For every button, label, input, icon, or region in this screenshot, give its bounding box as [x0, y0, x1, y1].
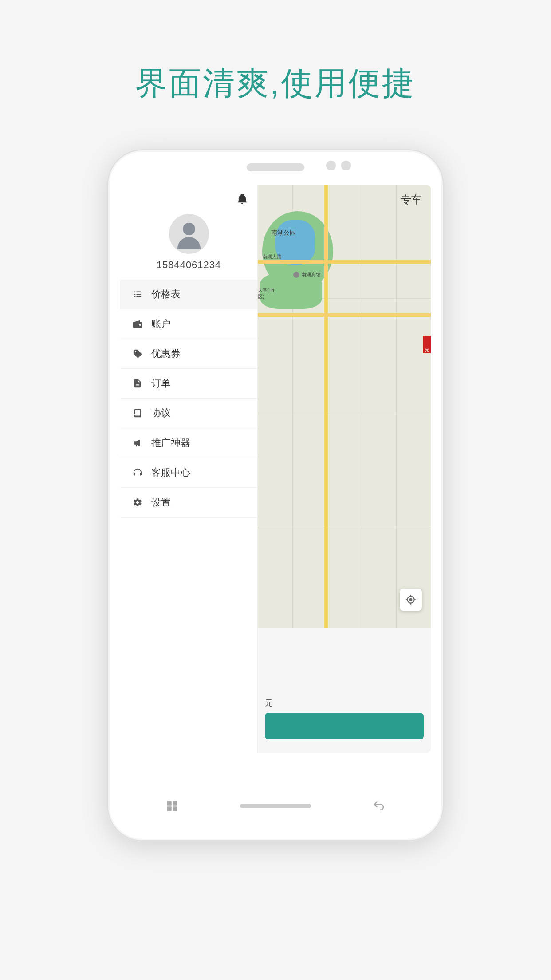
- menu-item-account-label: 账户: [151, 317, 171, 331]
- nav-back-button[interactable]: [163, 797, 181, 815]
- svg-rect-15: [173, 806, 177, 811]
- gear-icon: [131, 496, 144, 509]
- menu-item-promote-label: 推广神器: [151, 436, 190, 450]
- svg-rect-5: [136, 296, 141, 297]
- menu-item-agreement-label: 协议: [151, 407, 171, 420]
- menu-item-settings[interactable]: 设置: [120, 488, 257, 518]
- svg-point-11: [410, 599, 412, 601]
- map-label-park: 南湖公园: [271, 229, 296, 237]
- menu-item-account[interactable]: 账户: [120, 309, 257, 339]
- price-display: 元: [265, 698, 273, 708]
- svg-rect-2: [134, 294, 136, 295]
- svg-rect-13: [173, 801, 177, 806]
- svg-rect-0: [134, 292, 136, 292]
- bell-icon[interactable]: [236, 193, 248, 205]
- tag-icon: [131, 347, 144, 360]
- menu-item-price-list-label: 价格表: [151, 288, 181, 301]
- menu-item-order[interactable]: 订单: [120, 369, 257, 399]
- drawer: 15844061234 价格表: [120, 185, 258, 753]
- nav-home-button[interactable]: [240, 804, 311, 808]
- megaphone-icon: [131, 436, 144, 450]
- phone-frame: 15844061234 价格表: [107, 149, 444, 842]
- svg-rect-12: [167, 801, 171, 806]
- map-label-univ: 大学(南区): [258, 287, 274, 300]
- menu-item-price-list[interactable]: 价格表: [120, 280, 257, 309]
- wallet-icon: [131, 317, 144, 331]
- list-icon: [131, 288, 144, 301]
- book-icon: [131, 407, 144, 420]
- confirm-button[interactable]: [265, 713, 424, 739]
- map-area: 专车 南湖公园 南湖大路 南湖宾馆 大学(南区): [258, 185, 431, 753]
- svg-rect-14: [167, 806, 171, 811]
- phone-speaker: [247, 163, 304, 171]
- drawer-menu: 价格表 账户: [120, 280, 257, 753]
- menu-item-agreement[interactable]: 协议: [120, 399, 257, 428]
- phone-screen: 15844061234 价格表: [120, 185, 431, 753]
- map-badge: 光: [423, 336, 431, 353]
- menu-item-coupon[interactable]: 优惠券: [120, 339, 257, 369]
- headset-icon: [131, 466, 144, 479]
- drawer-profile: 15844061234: [120, 209, 257, 280]
- nav-recent-button[interactable]: [370, 797, 388, 815]
- menu-item-settings-label: 设置: [151, 496, 171, 509]
- menu-item-coupon-label: 优惠券: [151, 347, 181, 360]
- phone-camera-area: [326, 161, 351, 170]
- svg-rect-1: [136, 292, 141, 292]
- svg-rect-3: [136, 294, 141, 295]
- location-button[interactable]: [400, 589, 422, 611]
- map-label-road: 南湖大路: [262, 253, 282, 260]
- drawer-header: [120, 185, 257, 209]
- menu-item-order-label: 订单: [151, 377, 171, 390]
- taxi-label: 专车: [401, 193, 422, 207]
- profile-phone-number: 15844061234: [157, 259, 221, 271]
- svg-rect-4: [134, 296, 136, 297]
- receipt-icon: [131, 377, 144, 390]
- menu-item-service-label: 客服中心: [151, 466, 190, 479]
- avatar[interactable]: [169, 214, 209, 254]
- map-bottom-panel: 元: [258, 628, 431, 753]
- menu-item-promote[interactable]: 推广神器: [120, 428, 257, 458]
- menu-item-service[interactable]: 客服中心: [120, 458, 257, 488]
- phone-bottom-nav: [107, 784, 444, 828]
- map-label-hotel: 南湖宾馆: [293, 271, 321, 278]
- page-title: 界面清爽,使用便捷: [135, 62, 416, 105]
